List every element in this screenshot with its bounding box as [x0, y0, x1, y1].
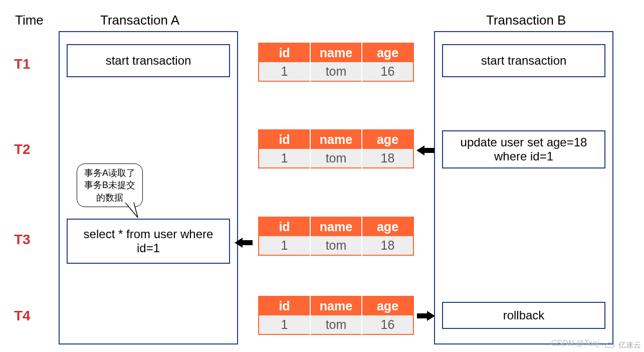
speech-bubble: 事务A读取了 事务B未提交 的数据 — [77, 163, 143, 207]
cell-age: 18 — [362, 236, 413, 255]
cell-age: 16 — [362, 62, 413, 81]
col-age: age — [362, 43, 413, 62]
state-table-t2: id name age 1 tom 18 — [258, 129, 414, 168]
txn-b-rollback-box: rollback — [442, 302, 605, 329]
bubble-line3: 的数据 — [84, 192, 135, 204]
col-name: name — [310, 130, 362, 149]
col-id: id — [259, 130, 310, 149]
bubble-line1: 事务A读取了 — [84, 167, 135, 179]
transaction-b-header: Transaction B — [486, 13, 566, 28]
col-id: id — [259, 296, 310, 315]
transaction-b-column — [434, 31, 613, 344]
col-age: age — [362, 130, 413, 149]
watermark-yisu: 亿速云 — [603, 340, 641, 350]
cell-name: tom — [310, 315, 362, 334]
time-header: Time — [15, 13, 44, 28]
cell-name: tom — [310, 236, 362, 255]
speech-tail-icon — [123, 203, 148, 223]
col-age: age — [362, 296, 413, 315]
txn-b-update-box: update user set age=18 where id=1 — [442, 130, 605, 168]
col-id: id — [259, 217, 310, 236]
cloud-icon — [603, 341, 616, 350]
cell-name: tom — [310, 149, 362, 168]
state-table-t4: id name age 1 tom 16 — [258, 296, 414, 335]
cell-age: 18 — [362, 149, 413, 168]
state-table-t1: id name age 1 tom 16 — [258, 43, 414, 82]
time-label-t2: T2 — [14, 141, 31, 157]
cell-id: 1 — [259, 62, 310, 81]
bubble-line2: 事务B未提交 — [84, 179, 135, 191]
col-name: name — [310, 217, 362, 236]
cell-id: 1 — [259, 149, 310, 168]
cell-name: tom — [310, 62, 362, 81]
txn-a-start-box: start transaction — [67, 44, 230, 77]
txn-a-select-text: select * from user where id=1 — [75, 227, 222, 255]
time-label-t3: T3 — [14, 232, 31, 248]
watermark-yisu-text: 亿速云 — [618, 340, 641, 350]
time-label-t4: T4 — [14, 308, 31, 324]
state-table-t3: id name age 1 tom 18 — [258, 217, 414, 256]
cell-id: 1 — [259, 236, 310, 255]
col-name: name — [310, 43, 362, 62]
cell-id: 1 — [259, 315, 310, 334]
col-age: age — [362, 217, 413, 236]
txn-b-update-text: update user set age=18 where id=1 — [450, 135, 597, 163]
time-label-t1: T1 — [14, 56, 31, 72]
watermark-csdn: CSDN @Tanj — [551, 339, 599, 348]
col-id: id — [259, 43, 310, 62]
col-name: name — [310, 296, 362, 315]
transaction-a-header: Transaction A — [100, 13, 179, 28]
txn-a-select-box: select * from user where id=1 — [67, 219, 230, 264]
cell-age: 16 — [362, 315, 413, 334]
txn-b-start-box: start transaction — [442, 44, 605, 77]
